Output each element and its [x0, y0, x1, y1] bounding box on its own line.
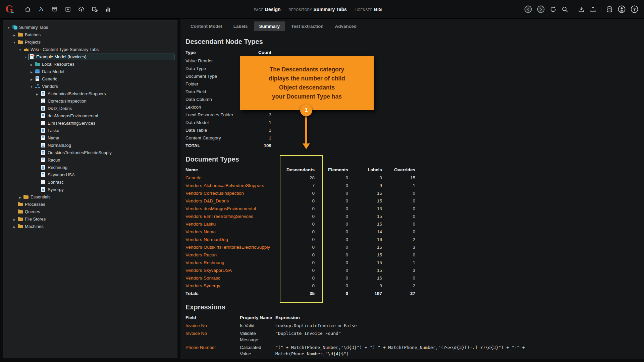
tree-item[interactable]: OutskirtsTerritoriesElectricSupply	[3, 149, 177, 156]
tree-expander-icon[interactable]	[12, 224, 17, 229]
user-icon[interactable]	[618, 5, 626, 13]
tree-item-box[interactable]: CorrectusInspection	[40, 98, 174, 104]
tree-item[interactable]: Projects	[3, 38, 177, 46]
tree-expander-icon[interactable]	[18, 194, 22, 199]
tree-item-box[interactable]: Vendors	[34, 83, 174, 89]
tab[interactable]: Advanced	[330, 21, 362, 31]
tree-item-box[interactable]: Machines	[17, 223, 174, 230]
tree-item[interactable]: Wiki - Content Type Summary Tabs	[3, 46, 177, 53]
help-icon[interactable]: ?	[630, 5, 639, 13]
search-icon[interactable]	[561, 6, 569, 13]
document-type-link[interactable]: Vendors·SkyvaporUSA	[185, 266, 281, 274]
tree-item[interactable]: File Stores	[3, 215, 177, 223]
tree-expander-icon[interactable]	[29, 69, 34, 74]
tree-item[interactable]: AlchemicalBelvedereStoppers	[3, 90, 177, 97]
tree-item-box[interactable]: Lasku	[40, 127, 174, 134]
tree-item[interactable]: Processes	[3, 200, 177, 208]
tab[interactable]: Content Model	[185, 21, 227, 31]
document-type-link[interactable]: Vendors·dosMangosEnvironmental	[185, 205, 281, 213]
document-type-link[interactable]: Vendors·Rechnung	[185, 259, 281, 266]
document-type-link[interactable]: Vendors·Synergy	[185, 282, 281, 290]
tree-expander-icon[interactable]	[12, 217, 17, 222]
document-type-link[interactable]: Vendors·D&D_Debris	[185, 197, 281, 205]
tree-item-box[interactable]: Example Model (Invoices)	[28, 54, 174, 60]
tree-item[interactable]: ElmTreeStaffingServices	[3, 119, 177, 127]
tree-expander-icon[interactable]	[29, 76, 34, 81]
document-type-link[interactable]: Vendors·NormanDog	[185, 236, 281, 243]
tree-item-box[interactable]: Projects	[17, 39, 174, 45]
document-type-link[interactable]: Vendors·AlchemicalBelvedereStoppers	[185, 182, 281, 189]
tree-expander-icon[interactable]	[18, 47, 22, 52]
tree-item-box[interactable]: Local Resources	[34, 61, 174, 67]
document-type-link[interactable]: Vendors·Racun	[185, 251, 281, 259]
cloud-upload-icon[interactable]	[78, 6, 85, 13]
document-type-link[interactable]: Vendors·OutskirtsTerritoriesElectricSupp…	[185, 243, 281, 251]
bar-chart-icon[interactable]	[105, 6, 112, 13]
field-link[interactable]: Phone Number	[185, 344, 240, 351]
tree-item-box[interactable]: AlchemicalBelvedereStoppers	[40, 90, 174, 97]
forward-icon[interactable]	[537, 5, 545, 13]
tree-item-box[interactable]: dosMangosEnvironmental	[40, 113, 174, 119]
tree-item[interactable]: Sonrasc	[3, 178, 177, 186]
tree-expander-icon[interactable]	[6, 25, 11, 30]
refresh-icon[interactable]	[549, 6, 557, 13]
tree-item[interactable]: Summary Tabs	[3, 23, 177, 31]
tree-item[interactable]: Racun	[3, 156, 177, 164]
document-type-link[interactable]: Vendors·Sonrasc	[185, 274, 281, 282]
tree-expander-icon[interactable]	[12, 40, 17, 45]
tree-item[interactable]: Queues	[3, 208, 177, 215]
tree-item-box[interactable]: NormanDog	[40, 142, 174, 148]
document-type-link[interactable]: Vendors·Lasku	[185, 220, 281, 228]
field-link[interactable]: Invoice No	[185, 330, 240, 337]
tree-item[interactable]: SkyvaporUSA	[3, 171, 177, 178]
tab[interactable]: Summary	[254, 21, 285, 31]
tools-icon[interactable]	[38, 6, 45, 13]
tree-item[interactable]: Local Resources	[3, 60, 177, 68]
tree-item[interactable]: CorrectusInspection	[3, 97, 177, 105]
document-type-link[interactable]: Vendors·Nama	[185, 228, 281, 236]
tree-item[interactable]: Lasku	[3, 127, 177, 134]
tree-item-box[interactable]: Nama	[40, 135, 174, 141]
tree-item-box[interactable]: Wiki - Content Type Summary Tabs	[22, 46, 174, 53]
import-box-icon[interactable]	[64, 6, 71, 13]
tree-expander-icon[interactable]	[29, 62, 34, 67]
tree-item[interactable]: Nama	[3, 134, 177, 141]
document-type-link[interactable]: Vendors·CorrectusInspection	[185, 189, 281, 197]
tree-item[interactable]: Rechnung	[3, 164, 177, 171]
tree-item-box[interactable]: Sonrasc	[40, 179, 174, 185]
tree-item[interactable]: Example Model (Invoices)	[3, 53, 177, 60]
tree-item[interactable]: Essentials	[3, 193, 177, 200]
tree-item[interactable]: D&D_Debris	[3, 105, 177, 112]
field-link[interactable]: Invoice No	[185, 322, 240, 329]
tree-item-box[interactable]: Data Model	[34, 68, 174, 75]
document-type-link[interactable]: Generic	[185, 174, 281, 182]
tree-item-box[interactable]: Summary Tabs	[11, 24, 174, 31]
tree-item-box[interactable]: Processes	[17, 201, 174, 207]
home-icon[interactable]	[24, 6, 31, 13]
download-icon[interactable]	[578, 6, 585, 13]
tree-item[interactable]: dosMangosEnvironmental	[3, 112, 177, 119]
tab[interactable]: Labels	[228, 21, 253, 31]
tree-expander-icon[interactable]	[23, 54, 28, 59]
tree-item-box[interactable]: Queues	[17, 208, 174, 215]
tree-item-box[interactable]: SkyvaporUSA	[40, 172, 174, 178]
tree-expander-icon[interactable]	[12, 32, 17, 37]
tree-expander-icon[interactable]	[35, 91, 40, 96]
upload-icon[interactable]	[589, 6, 597, 13]
tree-item[interactable]: Synergy	[3, 186, 177, 193]
database-icon[interactable]	[606, 6, 613, 13]
tab[interactable]: Test Extraction	[286, 21, 329, 31]
tree-item-box[interactable]: Racun	[40, 157, 174, 163]
field-link[interactable]: Phone Number	[185, 358, 240, 359]
tree-item[interactable]: Machines	[3, 223, 177, 230]
tree-expander-icon[interactable]	[29, 84, 34, 89]
tree-item-box[interactable]: Synergy	[40, 186, 174, 193]
tree-item-box[interactable]: Batches	[17, 32, 174, 38]
tree-item-box[interactable]: D&D_Debris	[40, 105, 174, 112]
back-icon[interactable]	[524, 5, 532, 13]
archive-box-icon[interactable]	[51, 6, 58, 13]
task-clock-icon[interactable]	[91, 6, 98, 13]
tree-item-box[interactable]: File Stores	[17, 216, 174, 222]
tree-item-box[interactable]: OutskirtsTerritoriesElectricSupply	[40, 149, 174, 156]
tree-item[interactable]: NormanDog	[3, 141, 177, 149]
